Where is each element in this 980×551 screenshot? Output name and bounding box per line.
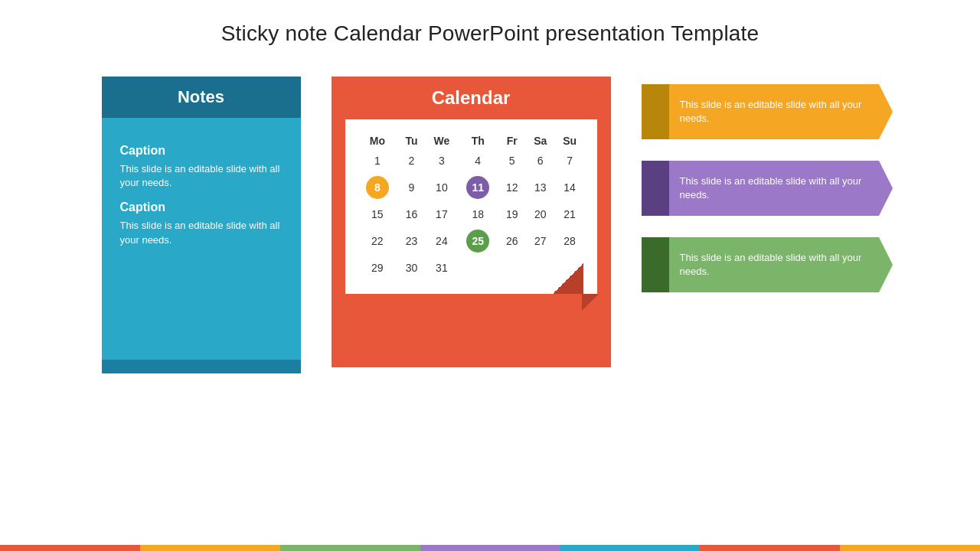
calendar-row-3: 22232425262728: [358, 225, 585, 257]
notes-caption2-text: This slide is an editable slide with all…: [120, 219, 283, 246]
calendar-row-1: 891011121314: [358, 171, 585, 204]
calendar-cell-0-5: 6: [526, 150, 555, 171]
day-su: Su: [555, 132, 585, 150]
banner-purple-body: This slide is an editable slide with all…: [669, 161, 879, 216]
day-sa: Sa: [526, 132, 555, 150]
banner-orange-text: This slide is an editable slide with all…: [680, 98, 868, 126]
calendar-cell-0-1: 2: [397, 150, 426, 171]
bar-seg-3: [280, 545, 420, 551]
banner-green-tab: [642, 237, 669, 292]
fold-corner: [553, 263, 583, 294]
bar-seg-1: [0, 545, 140, 551]
banner-green: This slide is an editable slide with all…: [642, 237, 879, 292]
calendar-cell-4-0: 29: [358, 257, 398, 279]
notes-body: Caption This slide is an editable slide …: [102, 118, 301, 270]
notes-caption1-text: This slide is an editable slide with all…: [120, 162, 283, 190]
calendar-cell-2-3: 18: [458, 204, 498, 225]
calendar-cell-4-3: [458, 257, 498, 279]
notes-header: Notes: [102, 77, 301, 118]
calendar-cell-2-1: 16: [397, 204, 426, 225]
calendar-bg: Calendar Mo Tu We Th Fr Sa Su: [332, 77, 611, 367]
notes-caption2-title: Caption: [120, 201, 283, 214]
calendar-cell-3-5: 27: [526, 225, 555, 257]
calendar-cell-2-2: 17: [426, 204, 458, 225]
calendar-cell-3-3: 25: [458, 225, 498, 257]
notes-card: Notes Caption This slide is an editable …: [102, 77, 301, 360]
day-mo: Mo: [358, 132, 398, 150]
calendar-cell-2-5: 20: [526, 204, 555, 225]
calendar-cell-2-4: 19: [498, 204, 526, 225]
day-tu: Tu: [397, 132, 426, 150]
banner-orange: This slide is an editable slide with all…: [642, 84, 879, 139]
calendar-row-0: 1234567: [358, 150, 585, 171]
calendar-cell-1-4: 12: [498, 171, 526, 204]
calendar-cell-2-6: 21: [555, 204, 585, 225]
calendar-cell-1-1: 9: [397, 171, 426, 204]
calendar-cell-3-1: 23: [397, 225, 426, 257]
bottom-bar: [0, 545, 980, 551]
page-title: Sticky note Calendar PowerPoint presenta…: [0, 0, 980, 54]
calendar-cell-1-3: 11: [458, 171, 498, 204]
notes-title: Notes: [178, 87, 224, 106]
notes-caption1-title: Caption: [120, 144, 283, 158]
bar-seg-6: [700, 545, 840, 551]
calendar-cell-0-6: 7: [555, 150, 585, 171]
calendar-cell-2-0: 15: [358, 204, 398, 225]
calendar-title: Calendar: [432, 87, 511, 108]
bar-seg-5: [560, 545, 700, 551]
main-content: Notes Caption This slide is an editable …: [0, 54, 980, 520]
calendar-cell-0-4: 5: [498, 150, 526, 171]
bar-seg-7: [840, 545, 980, 551]
calendar-cell-3-6: 28: [555, 225, 585, 257]
day-fr: Fr: [498, 132, 526, 150]
calendar-inner: Mo Tu We Th Fr Sa Su 1234567891011121314…: [345, 119, 597, 294]
calendar-cell-3-4: 26: [498, 225, 526, 257]
calendar-row-2: 15161718192021: [358, 204, 585, 225]
calendar-cell-0-0: 1: [358, 150, 398, 171]
calendar-cell-0-3: 4: [458, 150, 498, 171]
calendar-cell-1-5: 13: [526, 171, 555, 204]
banner-green-body: This slide is an editable slide with all…: [669, 237, 879, 292]
banners-column: This slide is an editable slide with all…: [642, 77, 879, 292]
banner-orange-body: This slide is an editable slide with all…: [669, 84, 879, 139]
calendar-cell-1-2: 10: [426, 171, 458, 204]
banner-purple-tab: [642, 161, 669, 216]
day-we: We: [426, 132, 458, 150]
calendar-cell-0-2: 3: [426, 150, 458, 171]
bar-seg-2: [140, 545, 280, 551]
calendar-cell-4-5: [526, 257, 555, 279]
calendar-grid: Mo Tu We Th Fr Sa Su 1234567891011121314…: [358, 132, 585, 279]
calendar-header-row: Mo Tu We Th Fr Sa Su: [358, 132, 585, 150]
calendar-row-4: 293031: [358, 257, 585, 279]
banner-purple: This slide is an editable slide with all…: [642, 161, 879, 216]
calendar-cell-1-0: 8: [358, 171, 398, 204]
day-th: Th: [458, 132, 498, 150]
calendar-cell-1-6: 14: [555, 171, 585, 204]
banner-green-text: This slide is an editable slide with all…: [680, 251, 868, 279]
calendar-cell-4-4: [498, 257, 526, 279]
calendar-cell-3-2: 24: [426, 225, 458, 257]
bar-seg-4: [420, 545, 560, 551]
calendar-header: Calendar: [332, 77, 611, 119]
calendar-cell-4-1: 30: [397, 257, 426, 279]
banner-orange-tab: [642, 84, 669, 139]
calendar-cell-3-0: 22: [358, 225, 398, 257]
calendar-card: Calendar Mo Tu We Th Fr Sa Su: [332, 77, 611, 367]
banner-purple-text: This slide is an editable slide with all…: [680, 174, 868, 202]
calendar-cell-4-2: 31: [426, 257, 458, 279]
